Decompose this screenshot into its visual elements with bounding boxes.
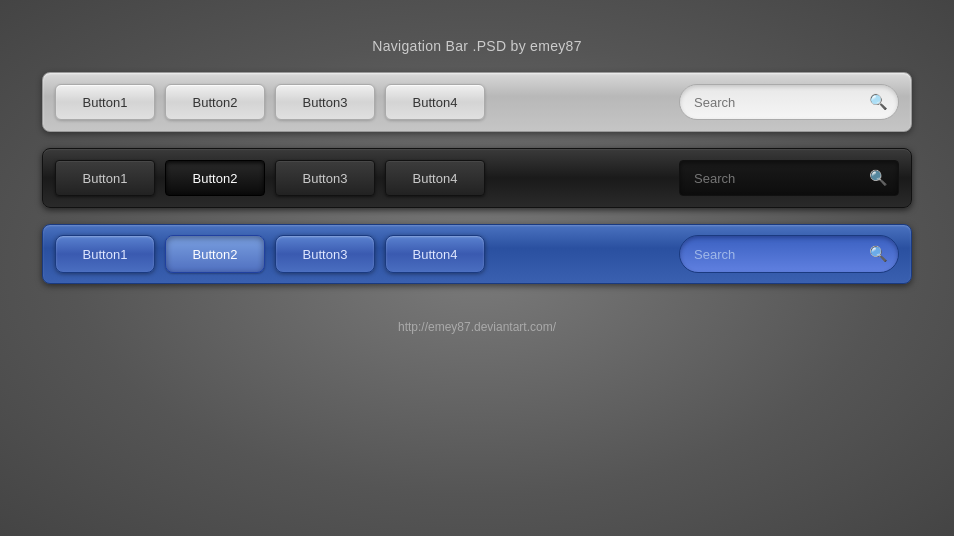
nav-button-blue-1[interactable]: Button1	[55, 235, 155, 273]
search-box-light: 🔍	[679, 84, 899, 120]
navbar-blue: Button1 Button2 Button3 Button4 🔍	[42, 224, 912, 284]
nav-button-light-1[interactable]: Button1	[55, 84, 155, 120]
navbar-light: Button1 Button2 Button3 Button4 🔍	[42, 72, 912, 132]
nav-button-light-4[interactable]: Button4	[385, 84, 485, 120]
search-input-dark[interactable]	[694, 171, 869, 186]
nav-button-blue-3[interactable]: Button3	[275, 235, 375, 273]
search-input-light[interactable]	[694, 95, 869, 110]
search-box-dark: 🔍	[679, 160, 899, 196]
nav-button-blue-4[interactable]: Button4	[385, 235, 485, 273]
search-icon-light: 🔍	[869, 93, 888, 111]
nav-button-blue-2[interactable]: Button2	[165, 235, 265, 273]
search-box-blue: 🔍	[679, 235, 899, 273]
button-group-light: Button1 Button2 Button3 Button4	[55, 84, 669, 120]
search-input-blue[interactable]	[694, 247, 869, 262]
nav-button-dark-3[interactable]: Button3	[275, 160, 375, 196]
button-group-blue: Button1 Button2 Button3 Button4	[55, 235, 669, 273]
footer-link: http://emey87.deviantart.com/	[398, 320, 556, 334]
nav-button-dark-1[interactable]: Button1	[55, 160, 155, 196]
search-icon-dark: 🔍	[869, 169, 888, 187]
nav-button-dark-4[interactable]: Button4	[385, 160, 485, 196]
nav-button-light-2[interactable]: Button2	[165, 84, 265, 120]
nav-button-light-3[interactable]: Button3	[275, 84, 375, 120]
navbar-dark: Button1 Button2 Button3 Button4 🔍	[42, 148, 912, 208]
search-icon-blue: 🔍	[869, 245, 888, 263]
page-title: Navigation Bar .PSD by emey87	[372, 38, 581, 54]
nav-button-dark-2[interactable]: Button2	[165, 160, 265, 196]
button-group-dark: Button1 Button2 Button3 Button4	[55, 160, 669, 196]
